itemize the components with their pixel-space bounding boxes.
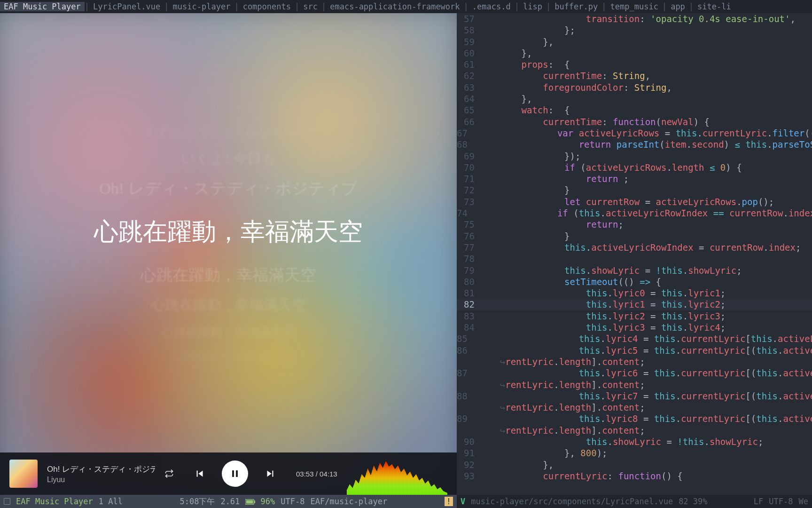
tab[interactable]: LyricPanel.vue [89, 2, 164, 11]
modelines: EAF Music Player 1 All 5:08下午 2.61 96% U… [0, 495, 812, 508]
modeline-left: EAF Music Player 1 All 5:08下午 2.61 96% U… [0, 495, 457, 508]
line-number: 59 [457, 36, 478, 48]
code-content: currentLyric: function() { [478, 470, 683, 482]
line-number: 88 [457, 390, 471, 402]
code-line[interactable]: 71 return ; [457, 173, 812, 184]
lyric-line [227, 102, 230, 114]
code-content: }, [478, 93, 532, 104]
tab[interactable]: .emacs.d [468, 2, 515, 11]
tab[interactable]: lisp [519, 2, 546, 11]
line-number: 69 [457, 151, 478, 162]
code-line[interactable]: 74 if (this.activeLyricRowIndex == curre… [457, 207, 812, 219]
prev-button[interactable] [193, 467, 207, 481]
svg-rect-4 [255, 500, 256, 503]
code-line-wrap[interactable]: ↪rentLyric.length].content; [457, 356, 812, 367]
code-line[interactable]: 59 }, [457, 36, 812, 48]
code-line[interactable]: 62 currentTime: String, [457, 70, 812, 81]
code-content: this.showLyric = !this.showLyric; [478, 436, 763, 447]
code-line[interactable]: 61 props: { [457, 59, 812, 70]
tab[interactable]: buffer.py [551, 2, 601, 11]
code-content: }; [478, 24, 575, 36]
lyric-line: まずはぶつかってみなくちゃ! [144, 123, 313, 140]
code-line[interactable]: 60 }, [457, 48, 812, 59]
code-line-wrap[interactable]: ↪rentLyric.length].content; [457, 379, 812, 390]
code-content: if (this.activeLyricRowIndex == currentR… [471, 207, 812, 219]
line-number: 74 [457, 207, 471, 219]
tab[interactable]: components [239, 2, 295, 11]
code-line[interactable]: 75 return; [457, 219, 812, 230]
tab[interactable]: site-li [694, 2, 735, 11]
track-title: Oh! レディ・ステディ・ポジティブ [47, 464, 155, 475]
vue-icon: V [461, 497, 465, 506]
line-number: 83 [457, 310, 478, 322]
code-line-wrap[interactable]: ↪rentLyric.length].content; [457, 402, 812, 413]
code-line[interactable]: 86 this.lyric5 = this.currentLyric[(this… [457, 345, 812, 356]
code-content: currentTime: String, [478, 70, 650, 81]
tab[interactable]: music-player [169, 2, 234, 11]
line-number: 92 [457, 459, 478, 470]
tab[interactable]: EAF Music Player [0, 2, 85, 11]
line-number: 65 [457, 104, 478, 116]
code-line[interactable]: 72 } [457, 184, 812, 196]
lyric-line: 心跳在躍動，幸福滿天空 [151, 295, 306, 315]
code-content: if (activeLyricRows.length ≤ 0) { [478, 162, 742, 173]
code-line-wrap[interactable]: ↪rentLyric.length].content; [457, 425, 812, 436]
line-number: 77 [457, 242, 478, 253]
code-line[interactable]: 76 } [457, 230, 812, 242]
code-line[interactable]: 80 setTimeout(() => { [457, 276, 812, 287]
code-line[interactable]: 91 }, 800); [457, 447, 812, 459]
code-content: this.lyric0 = this.lyric1; [478, 287, 726, 299]
line-number: 61 [457, 59, 478, 70]
code-line[interactable]: 90 this.showLyric = !this.showLyric; [457, 436, 812, 447]
code-line[interactable]: 78 [457, 253, 812, 264]
file-icon [4, 498, 10, 505]
code-content: setTimeout(() => { [478, 276, 661, 287]
code-line[interactable]: 83 this.lyric2 = this.lyric3; [457, 310, 812, 322]
code-line[interactable]: 63 foregroundColor: String, [457, 82, 812, 93]
file-path: music-player/src/components/LyricPanel.v… [471, 497, 673, 506]
tab[interactable]: src [299, 2, 321, 11]
code-line[interactable]: 69 }); [457, 151, 812, 162]
code-line[interactable]: 70 if (activeLyricRows.length ≤ 0) { [457, 162, 812, 173]
code-line[interactable]: 58 }; [457, 24, 812, 36]
encoding: UTF-8 [281, 497, 304, 506]
code-line[interactable]: 81 this.lyric0 = this.lyric1; [457, 287, 812, 299]
code-line[interactable]: 65 watch: { [457, 104, 812, 116]
line-number: 67 [457, 127, 471, 139]
code-line[interactable]: 85 this.lyric4 = this.currentLyric[this.… [457, 333, 812, 344]
code-content: } [478, 230, 570, 242]
encoding: UTF-8 [769, 497, 793, 506]
tab[interactable]: app [667, 2, 689, 11]
lyric-line: Oh! レディ・ステディ・ポジティブ [99, 178, 357, 199]
tab[interactable]: temp_music [607, 2, 662, 11]
code-line[interactable]: 77 this.activeLyricRowIndex = currentRow… [457, 242, 812, 253]
line-number: 71 [457, 173, 478, 184]
code-line[interactable]: 66 currentTime: function(newVal) { [457, 116, 812, 127]
code-line[interactable]: 92 }, [457, 459, 812, 470]
code-line[interactable]: 89 this.lyric8 = this.currentLyric[(this… [457, 413, 812, 424]
pause-button[interactable] [222, 460, 248, 487]
code-line[interactable]: 67 var activeLyricRows = this.currentLyr… [457, 127, 812, 139]
code-line[interactable]: 82 this.lyric1 = this.lyric2; [457, 299, 812, 310]
code-line[interactable]: 93 currentLyric: function() { [457, 470, 812, 482]
loop-icon[interactable] [164, 469, 174, 478]
code-editor-pane[interactable]: 57 transition: 'opacity 0.4s ease-in-out… [457, 13, 812, 495]
code-line[interactable]: 73 let currentRow = activeLyricRows.pop(… [457, 196, 812, 207]
code-line[interactable]: 68 return parseInt(item.second) ≤ this.p… [457, 139, 812, 150]
code-line[interactable]: 64 }, [457, 93, 812, 104]
line-number: 72 [457, 184, 478, 196]
line-number: 90 [457, 436, 478, 447]
code-line[interactable]: 79 this.showLyric = !this.showLyric; [457, 265, 812, 276]
next-button[interactable] [263, 467, 277, 481]
line-number: 64 [457, 93, 478, 104]
code-line[interactable]: 84 this.lyric3 = this.lyric4; [457, 322, 812, 333]
warning-badge[interactable]: ! [445, 497, 453, 506]
line-number: 85 [457, 333, 471, 344]
line-number: 66 [457, 116, 478, 127]
code-line[interactable]: 57 transition: 'opacity 0.4s ease-in-out… [457, 13, 812, 24]
battery-indicator: 96% [245, 497, 275, 506]
code-line[interactable]: 88 this.lyric7 = this.currentLyric[(this… [457, 390, 812, 402]
code-line[interactable]: 87 this.lyric6 = this.currentLyric[(this… [457, 367, 812, 379]
tab[interactable]: emacs-application-framework [326, 2, 463, 11]
buffer-name: EAF Music Player [16, 497, 93, 506]
